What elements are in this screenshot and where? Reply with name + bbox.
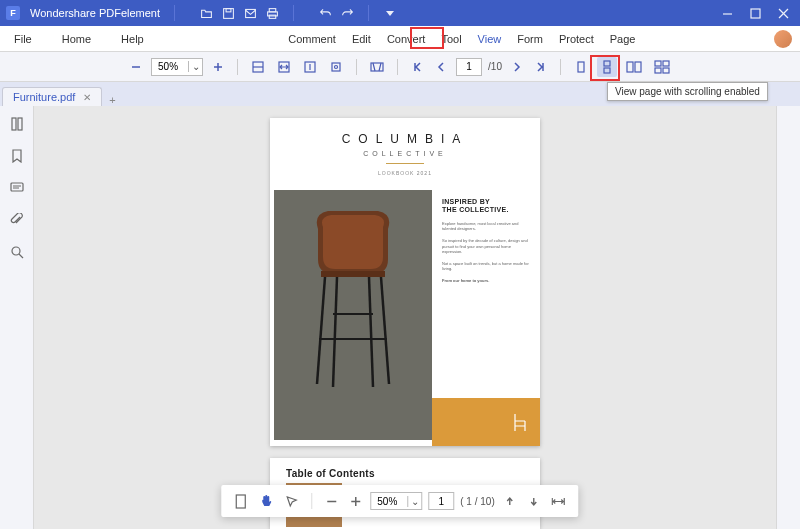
print-icon[interactable] [265, 6, 279, 20]
doc-lookbook: LOOKBOOK 2021 [270, 170, 540, 176]
left-sidebar [0, 106, 34, 529]
thumbnails-icon[interactable] [9, 116, 25, 132]
comments-icon[interactable] [9, 180, 25, 196]
svg-rect-19 [578, 62, 584, 72]
save-icon[interactable] [221, 6, 235, 20]
chevron-down-icon[interactable]: ⌄ [188, 61, 202, 72]
fit-width-icon[interactable] [549, 491, 569, 511]
menu-file[interactable]: File [8, 29, 38, 49]
title-bar: F Wondershare PDFelement [0, 0, 800, 26]
two-page-icon[interactable] [623, 57, 645, 77]
menu-edit[interactable]: Edit [346, 29, 377, 49]
chair-icon [512, 412, 528, 432]
bottom-toolbar: 50% ⌄ ( 1 / 10) [221, 485, 578, 517]
doc-subtitle: COLLECTIVE [270, 150, 540, 157]
separator [237, 59, 238, 75]
svg-rect-21 [604, 68, 610, 73]
page2-title: Table of Contents [270, 458, 540, 483]
menu-page[interactable]: Page [604, 29, 642, 49]
open-icon[interactable] [199, 6, 213, 20]
menu-tool[interactable]: Tool [435, 29, 467, 49]
tooltip: View page with scrolling enabled [607, 82, 768, 101]
svg-rect-29 [18, 118, 22, 130]
fit-page-icon[interactable] [248, 57, 268, 77]
svg-rect-2 [245, 9, 255, 17]
menu-help[interactable]: Help [115, 29, 150, 49]
maximize-icon[interactable] [748, 6, 762, 20]
attachments-icon[interactable] [9, 212, 25, 228]
svg-rect-24 [655, 61, 661, 66]
next-page-button[interactable] [525, 491, 543, 511]
zoom-value: 50% [152, 61, 188, 72]
minimize-icon[interactable] [720, 6, 734, 20]
menu-home[interactable]: Home [56, 29, 97, 49]
zoom-value: 50% [371, 496, 407, 507]
doc-para-2: So inspired by the decade of culture, de… [442, 238, 532, 255]
view-toolbar: 50% ⌄ /10 [0, 52, 800, 82]
separator [560, 59, 561, 75]
zoom-out-button[interactable] [322, 491, 340, 511]
redo-icon[interactable] [340, 6, 354, 20]
separator [174, 5, 175, 21]
menu-protect[interactable]: Protect [553, 29, 600, 49]
page-input[interactable] [456, 58, 482, 76]
work-area: COLUMBIA COLLECTIVE LOOKBOOK 2021 [0, 106, 800, 529]
doc-para-1: Explore handsome, most local creative an… [442, 221, 532, 232]
doc-para-3: Not a space built on trends, but a home … [442, 261, 532, 272]
product-photo [274, 190, 432, 440]
document-canvas[interactable]: COLUMBIA COLLECTIVE LOOKBOOK 2021 [34, 106, 776, 529]
prev-page-button[interactable] [432, 57, 450, 77]
separator [293, 5, 294, 21]
svg-rect-27 [663, 68, 669, 73]
separator [397, 59, 398, 75]
svg-line-36 [333, 277, 337, 387]
document-tab[interactable]: Furniture.pdf ✕ [2, 87, 102, 106]
mail-icon[interactable] [243, 6, 257, 20]
menu-form[interactable]: Form [511, 29, 549, 49]
zoom-in-button[interactable] [209, 57, 227, 77]
zoom-in-button[interactable] [346, 491, 364, 511]
close-icon[interactable] [776, 6, 790, 20]
doc-heading-2: THE COLLECTIVE. [442, 206, 532, 214]
single-page-icon[interactable] [571, 57, 591, 77]
svg-rect-23 [635, 62, 641, 72]
select-tool-icon[interactable] [282, 491, 301, 511]
next-page-button[interactable] [508, 57, 526, 77]
read-mode-icon[interactable] [367, 57, 387, 77]
zoom-out-button[interactable] [127, 57, 145, 77]
fit-width-icon[interactable] [274, 57, 294, 77]
page-display: ( 1 / 10) [460, 496, 494, 507]
accent-block [432, 398, 540, 446]
menu-comment[interactable]: Comment [282, 29, 342, 49]
last-page-button[interactable] [532, 57, 550, 77]
actual-size-icon[interactable] [326, 57, 346, 77]
dropdown-icon[interactable] [383, 6, 397, 20]
page-input[interactable] [428, 492, 454, 510]
add-tab-button[interactable]: + [102, 94, 122, 106]
svg-rect-7 [751, 9, 760, 18]
hand-tool-icon[interactable] [256, 491, 276, 511]
search-icon[interactable] [9, 244, 25, 260]
doc-para-4: From our home to yours. [442, 278, 532, 284]
fit-height-icon[interactable] [300, 57, 320, 77]
fit-page-icon[interactable] [231, 491, 250, 511]
bookmarks-icon[interactable] [9, 148, 25, 164]
menu-convert[interactable]: Convert [381, 29, 432, 49]
doc-title: COLUMBIA [270, 118, 540, 146]
chevron-down-icon[interactable]: ⌄ [407, 496, 421, 507]
user-avatar[interactable] [774, 30, 792, 48]
first-page-button[interactable] [408, 57, 426, 77]
tab-close-icon[interactable]: ✕ [83, 92, 91, 103]
zoom-select[interactable]: 50% ⌄ [151, 58, 203, 76]
divider [386, 163, 424, 164]
undo-icon[interactable] [318, 6, 332, 20]
tab-label: Furniture.pdf [13, 91, 75, 103]
zoom-select[interactable]: 50% ⌄ [370, 492, 422, 510]
menu-view[interactable]: View [472, 29, 508, 49]
svg-rect-40 [236, 495, 245, 508]
prev-page-button[interactable] [501, 491, 519, 511]
menu-bar: File Home Help Comment Edit Convert Tool… [0, 26, 800, 52]
two-page-scroll-icon[interactable] [651, 57, 673, 77]
continuous-scroll-icon[interactable] [597, 57, 617, 77]
svg-rect-25 [663, 61, 669, 66]
